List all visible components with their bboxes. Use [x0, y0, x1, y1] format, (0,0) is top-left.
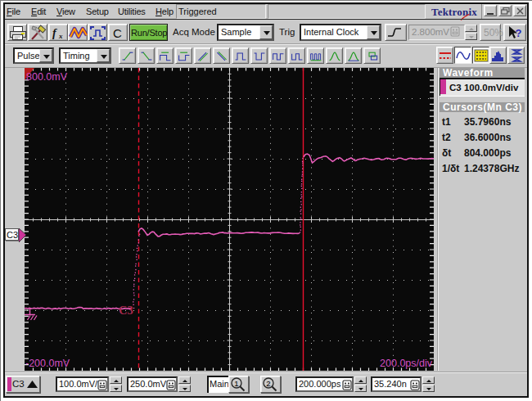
svg-text:C: C [113, 26, 122, 40]
svg-text:800.0mV: 800.0mV [26, 71, 68, 83]
svg-text:1: 1 [234, 379, 238, 388]
svg-text:-200.0mV: -200.0mV [25, 358, 70, 369]
svg-text:C3: C3 [119, 304, 133, 317]
svg-text:2: 2 [266, 379, 270, 388]
svg-text:200.0ps/div: 200.0ps/div [380, 358, 433, 369]
svg-text:f: f [52, 27, 57, 39]
svg-text:?: ? [516, 27, 522, 39]
svg-text:x: x [58, 32, 63, 40]
